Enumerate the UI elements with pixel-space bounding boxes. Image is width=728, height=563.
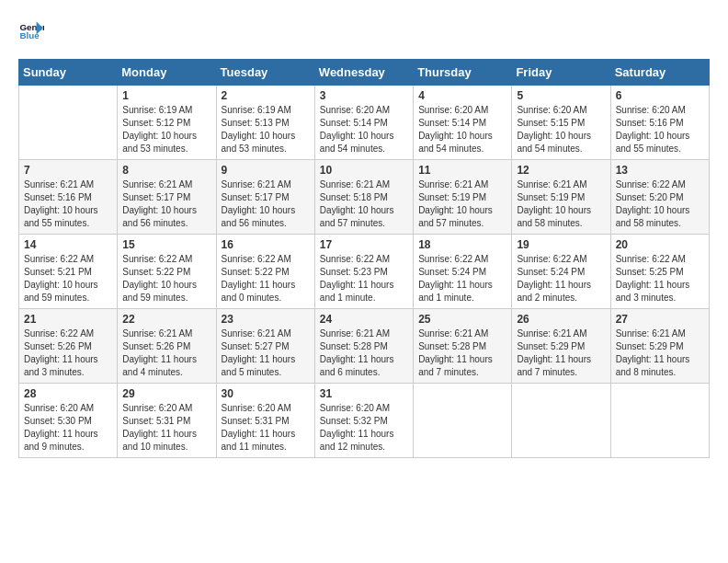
day-info: Sunrise: 6:22 AMSunset: 5:23 PMDaylight:… bbox=[320, 253, 408, 304]
calendar-cell: 31Sunrise: 6:20 AMSunset: 5:32 PMDayligh… bbox=[314, 384, 413, 458]
day-info: Sunrise: 6:20 AMSunset: 5:16 PMDaylight:… bbox=[616, 104, 704, 155]
day-info: Sunrise: 6:22 AMSunset: 5:24 PMDaylight:… bbox=[418, 253, 506, 304]
day-info: Sunrise: 6:21 AMSunset: 5:27 PMDaylight:… bbox=[222, 327, 310, 379]
day-info: Sunrise: 6:22 AMSunset: 5:22 PMDaylight:… bbox=[122, 253, 210, 304]
calendar-cell: 1Sunrise: 6:19 AMSunset: 5:12 PMDaylight… bbox=[118, 86, 216, 160]
weekday-header-friday: Friday bbox=[512, 60, 610, 86]
day-info: Sunrise: 6:19 AMSunset: 5:12 PMDaylight:… bbox=[122, 104, 210, 155]
calendar-cell: 9Sunrise: 6:21 AMSunset: 5:17 PMDaylight… bbox=[216, 160, 314, 235]
day-info: Sunrise: 6:20 AMSunset: 5:14 PMDaylight:… bbox=[418, 104, 506, 155]
day-info: Sunrise: 6:22 AMSunset: 5:25 PMDaylight:… bbox=[616, 253, 704, 304]
day-number: 22 bbox=[122, 313, 210, 326]
day-number: 1 bbox=[122, 89, 210, 102]
calendar-cell: 16Sunrise: 6:22 AMSunset: 5:22 PMDayligh… bbox=[216, 235, 314, 309]
calendar-cell: 2Sunrise: 6:19 AMSunset: 5:13 PMDaylight… bbox=[216, 86, 314, 160]
calendar-cell: 30Sunrise: 6:20 AMSunset: 5:31 PMDayligh… bbox=[216, 384, 314, 458]
day-number: 28 bbox=[24, 387, 112, 400]
day-info: Sunrise: 6:20 AMSunset: 5:14 PMDaylight:… bbox=[320, 104, 408, 155]
calendar-cell: 13Sunrise: 6:22 AMSunset: 5:20 PMDayligh… bbox=[610, 160, 709, 235]
calendar-header-row: SundayMondayTuesdayWednesdayThursdayFrid… bbox=[19, 60, 710, 86]
day-number: 23 bbox=[222, 313, 310, 326]
day-number: 15 bbox=[122, 238, 210, 251]
day-info: Sunrise: 6:21 AMSunset: 5:18 PMDaylight:… bbox=[320, 178, 408, 230]
day-info: Sunrise: 6:21 AMSunset: 5:17 PMDaylight:… bbox=[122, 178, 210, 230]
day-number: 5 bbox=[517, 89, 605, 102]
day-info: Sunrise: 6:22 AMSunset: 5:26 PMDaylight:… bbox=[24, 327, 112, 379]
day-number: 13 bbox=[616, 164, 704, 177]
day-info: Sunrise: 6:20 AMSunset: 5:15 PMDaylight:… bbox=[517, 104, 605, 155]
day-number: 20 bbox=[616, 238, 704, 251]
calendar-cell: 7Sunrise: 6:21 AMSunset: 5:16 PMDaylight… bbox=[19, 160, 118, 235]
day-number: 29 bbox=[122, 387, 210, 400]
calendar-cell bbox=[512, 384, 610, 458]
day-number: 18 bbox=[418, 238, 506, 251]
weekday-header-tuesday: Tuesday bbox=[216, 60, 314, 86]
calendar-cell: 6Sunrise: 6:20 AMSunset: 5:16 PMDaylight… bbox=[610, 86, 709, 160]
day-info: Sunrise: 6:20 AMSunset: 5:31 PMDaylight:… bbox=[222, 402, 310, 454]
calendar-cell: 22Sunrise: 6:21 AMSunset: 5:26 PMDayligh… bbox=[118, 309, 216, 384]
calendar-cell bbox=[610, 384, 709, 458]
calendar-cell: 12Sunrise: 6:21 AMSunset: 5:19 PMDayligh… bbox=[512, 160, 610, 235]
day-number: 8 bbox=[122, 164, 210, 177]
day-info: Sunrise: 6:21 AMSunset: 5:29 PMDaylight:… bbox=[616, 327, 704, 379]
calendar-cell: 19Sunrise: 6:22 AMSunset: 5:24 PMDayligh… bbox=[512, 235, 610, 309]
day-number: 14 bbox=[24, 238, 112, 251]
calendar-cell: 5Sunrise: 6:20 AMSunset: 5:15 PMDaylight… bbox=[512, 86, 610, 160]
day-number: 16 bbox=[222, 238, 310, 251]
calendar-cell: 23Sunrise: 6:21 AMSunset: 5:27 PMDayligh… bbox=[216, 309, 314, 384]
day-info: Sunrise: 6:21 AMSunset: 5:28 PMDaylight:… bbox=[418, 327, 506, 379]
calendar-cell: 8Sunrise: 6:21 AMSunset: 5:17 PMDaylight… bbox=[118, 160, 216, 235]
calendar-cell: 26Sunrise: 6:21 AMSunset: 5:29 PMDayligh… bbox=[512, 309, 610, 384]
weekday-header-wednesday: Wednesday bbox=[314, 60, 413, 86]
weekday-header-sunday: Sunday bbox=[19, 60, 118, 86]
day-info: Sunrise: 6:21 AMSunset: 5:29 PMDaylight:… bbox=[517, 327, 605, 379]
day-number: 17 bbox=[320, 238, 408, 251]
day-info: Sunrise: 6:22 AMSunset: 5:22 PMDaylight:… bbox=[222, 253, 310, 304]
day-info: Sunrise: 6:21 AMSunset: 5:26 PMDaylight:… bbox=[122, 327, 210, 379]
calendar-cell: 17Sunrise: 6:22 AMSunset: 5:23 PMDayligh… bbox=[314, 235, 413, 309]
calendar-cell: 21Sunrise: 6:22 AMSunset: 5:26 PMDayligh… bbox=[19, 309, 118, 384]
calendar-table: SundayMondayTuesdayWednesdayThursdayFrid… bbox=[18, 59, 710, 458]
day-number: 11 bbox=[418, 164, 506, 177]
day-info: Sunrise: 6:21 AMSunset: 5:28 PMDaylight:… bbox=[320, 327, 408, 379]
calendar-week-5: 28Sunrise: 6:20 AMSunset: 5:30 PMDayligh… bbox=[19, 384, 710, 458]
day-number: 9 bbox=[222, 164, 310, 177]
day-info: Sunrise: 6:21 AMSunset: 5:19 PMDaylight:… bbox=[517, 178, 605, 230]
day-info: Sunrise: 6:20 AMSunset: 5:31 PMDaylight:… bbox=[122, 402, 210, 454]
calendar-week-2: 7Sunrise: 6:21 AMSunset: 5:16 PMDaylight… bbox=[19, 160, 710, 235]
day-number: 25 bbox=[418, 313, 506, 326]
calendar-cell: 10Sunrise: 6:21 AMSunset: 5:18 PMDayligh… bbox=[314, 160, 413, 235]
weekday-header-monday: Monday bbox=[118, 60, 216, 86]
day-info: Sunrise: 6:19 AMSunset: 5:13 PMDaylight:… bbox=[222, 104, 310, 155]
day-number: 4 bbox=[418, 89, 506, 102]
day-number: 10 bbox=[320, 164, 408, 177]
logo-icon: General Blue bbox=[18, 18, 44, 44]
day-info: Sunrise: 6:20 AMSunset: 5:32 PMDaylight:… bbox=[320, 402, 408, 454]
day-info: Sunrise: 6:20 AMSunset: 5:30 PMDaylight:… bbox=[24, 402, 112, 454]
calendar-cell: 27Sunrise: 6:21 AMSunset: 5:29 PMDayligh… bbox=[610, 309, 709, 384]
day-info: Sunrise: 6:21 AMSunset: 5:17 PMDaylight:… bbox=[222, 178, 310, 230]
day-number: 30 bbox=[222, 387, 310, 400]
calendar-week-1: 1Sunrise: 6:19 AMSunset: 5:12 PMDaylight… bbox=[19, 86, 710, 160]
calendar-cell: 4Sunrise: 6:20 AMSunset: 5:14 PMDaylight… bbox=[414, 86, 512, 160]
calendar-cell: 14Sunrise: 6:22 AMSunset: 5:21 PMDayligh… bbox=[19, 235, 118, 309]
day-number: 26 bbox=[517, 313, 605, 326]
calendar-cell: 29Sunrise: 6:20 AMSunset: 5:31 PMDayligh… bbox=[118, 384, 216, 458]
day-number: 27 bbox=[616, 313, 704, 326]
calendar-body: 1Sunrise: 6:19 AMSunset: 5:12 PMDaylight… bbox=[19, 86, 710, 458]
calendar-week-3: 14Sunrise: 6:22 AMSunset: 5:21 PMDayligh… bbox=[19, 235, 710, 309]
calendar-cell: 3Sunrise: 6:20 AMSunset: 5:14 PMDaylight… bbox=[314, 86, 413, 160]
weekday-header-thursday: Thursday bbox=[414, 60, 512, 86]
calendar-cell: 28Sunrise: 6:20 AMSunset: 5:30 PMDayligh… bbox=[19, 384, 118, 458]
day-number: 6 bbox=[616, 89, 704, 102]
weekday-header-saturday: Saturday bbox=[610, 60, 709, 86]
calendar-cell: 20Sunrise: 6:22 AMSunset: 5:25 PMDayligh… bbox=[610, 235, 709, 309]
calendar-cell: 18Sunrise: 6:22 AMSunset: 5:24 PMDayligh… bbox=[414, 235, 512, 309]
day-number: 19 bbox=[517, 238, 605, 251]
day-number: 2 bbox=[222, 89, 310, 102]
day-info: Sunrise: 6:22 AMSunset: 5:21 PMDaylight:… bbox=[24, 253, 112, 304]
day-number: 24 bbox=[320, 313, 408, 326]
calendar-cell: 11Sunrise: 6:21 AMSunset: 5:19 PMDayligh… bbox=[414, 160, 512, 235]
day-number: 3 bbox=[320, 89, 408, 102]
calendar-cell bbox=[19, 86, 118, 160]
